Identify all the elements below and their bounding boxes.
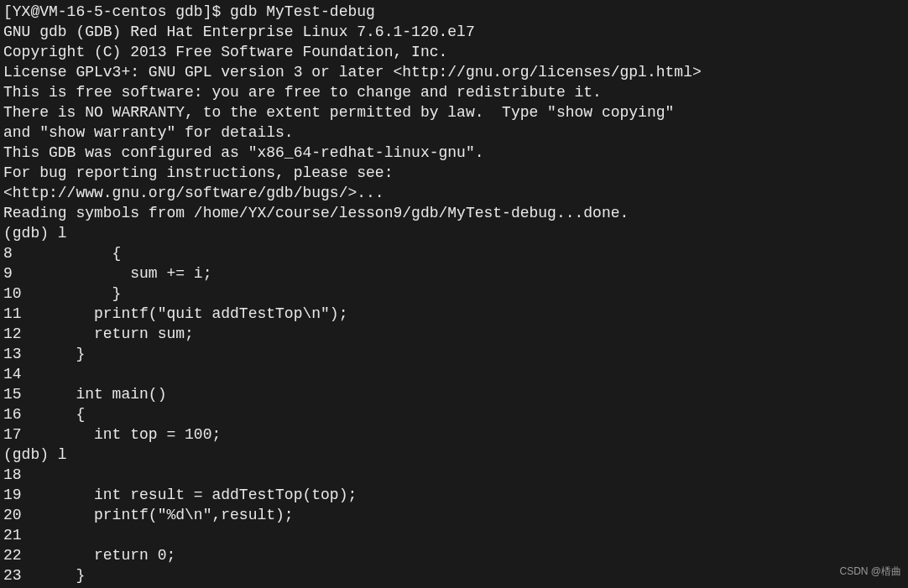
gdb-output-line: There is NO WARRANTY, to the extent perm… bbox=[3, 102, 905, 122]
gdb-prompt: (gdb) bbox=[3, 225, 58, 242]
source-line: 11 printf("quit addTestTop\n"); bbox=[3, 304, 905, 324]
gdb-output-line: and "show warranty" for details. bbox=[3, 122, 905, 143]
gdb-output-line: This is free software: you are free to c… bbox=[3, 82, 905, 102]
watermark: CSDN @楿曲 bbox=[839, 561, 901, 581]
shell-prompt: [YX@VM-16-5-centos gdb]$ bbox=[3, 3, 230, 20]
terminal-output: [YX@VM-16-5-centos gdb]$ gdb MyTest-debu… bbox=[3, 2, 905, 585]
source-line: 17 int top = 100; bbox=[3, 424, 905, 445]
source-line: 16 { bbox=[3, 404, 905, 424]
source-line: 18 bbox=[3, 465, 905, 485]
source-line: 19 int result = addTestTop(top); bbox=[3, 485, 905, 505]
gdb-output-line: <http://www.gnu.org/software/gdb/bugs/>.… bbox=[3, 183, 905, 203]
source-line: 10 } bbox=[3, 284, 905, 304]
source-line: 21 bbox=[3, 525, 905, 545]
gdb-prompt: (gdb) bbox=[3, 446, 58, 463]
shell-prompt-line[interactable]: [YX@VM-16-5-centos gdb]$ gdb MyTest-debu… bbox=[3, 2, 905, 22]
source-line: 8 { bbox=[3, 243, 905, 263]
shell-command: gdb MyTest-debug bbox=[230, 3, 375, 20]
gdb-output-line: GNU gdb (GDB) Red Hat Enterprise Linux 7… bbox=[3, 22, 905, 42]
source-line: 15 int main() bbox=[3, 384, 905, 404]
gdb-output-line: Reading symbols from /home/YX/course/les… bbox=[3, 203, 905, 223]
gdb-prompt-line[interactable]: (gdb) l bbox=[3, 445, 905, 465]
source-line: 22 return 0; bbox=[3, 545, 905, 565]
source-line: 12 return sum; bbox=[3, 324, 905, 344]
source-line: 9 sum += i; bbox=[3, 263, 905, 284]
gdb-command: l bbox=[58, 446, 67, 463]
source-line: 13 } bbox=[3, 344, 905, 364]
gdb-output-line: License GPLv3+: GNU GPL version 3 or lat… bbox=[3, 62, 905, 82]
gdb-command: l bbox=[58, 225, 67, 242]
gdb-output-line: For bug reporting instructions, please s… bbox=[3, 163, 905, 183]
source-line: 23 } bbox=[3, 565, 905, 585]
gdb-output-line: This GDB was configured as "x86_64-redha… bbox=[3, 143, 905, 163]
gdb-output-line: Copyright (C) 2013 Free Software Foundat… bbox=[3, 42, 905, 62]
gdb-prompt-line[interactable]: (gdb) l bbox=[3, 223, 905, 243]
source-line: 20 printf("%d\n",result); bbox=[3, 505, 905, 525]
source-line: 14 bbox=[3, 364, 905, 384]
